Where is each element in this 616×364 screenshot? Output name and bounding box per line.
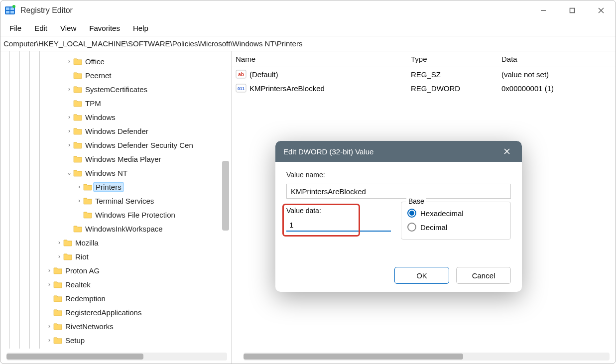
chevron-right-icon[interactable]: ›: [65, 141, 73, 148]
chevron-right-icon[interactable]: ›: [65, 127, 73, 134]
chevron-right-icon[interactable]: ›: [45, 267, 53, 274]
menu-view[interactable]: View: [54, 22, 82, 34]
window-controls: [529, 0, 616, 20]
tree-item-label: Windows Media Player: [85, 155, 161, 163]
tree-item[interactable]: ›Proton AG: [0, 263, 231, 277]
tree-item-label: Setup: [65, 336, 85, 345]
tree-item[interactable]: ›Mozilla: [0, 236, 231, 249]
folder-icon: [73, 113, 82, 121]
tree-item[interactable]: Windows File Protection: [0, 208, 231, 222]
value-data-input[interactable]: [286, 219, 391, 232]
address-path: Computer\HKEY_LOCAL_MACHINE\SOFTWARE\Pol…: [3, 39, 302, 48]
tree-vertical-scrollbar[interactable]: [222, 161, 229, 231]
dialog-title-bar[interactable]: Edit DWORD (32-bit) Value: [275, 141, 522, 162]
ok-button[interactable]: OK: [394, 267, 449, 284]
folder-icon: [53, 308, 62, 317]
tree-item[interactable]: ›Riot: [0, 249, 231, 263]
folder-icon: [83, 182, 92, 191]
folder-icon: [73, 57, 82, 66]
tree-item[interactable]: RegisteredApplications: [0, 305, 231, 319]
folder-icon: [73, 224, 82, 233]
radio-decimal[interactable]: Decimal: [407, 220, 504, 234]
tree-item[interactable]: ›Office: [0, 54, 231, 68]
tree-item[interactable]: Windows Media Player: [0, 152, 231, 166]
tree-item[interactable]: ›Setup: [0, 333, 231, 347]
chevron-right-icon[interactable]: ›: [65, 86, 73, 93]
folder-icon: [73, 99, 82, 108]
chevron-right-icon[interactable]: ›: [75, 197, 83, 204]
column-type[interactable]: Type: [407, 55, 497, 63]
tree-item[interactable]: ›Windows Defender: [0, 124, 231, 138]
close-button[interactable]: [587, 0, 616, 20]
tree-item-label: Windows: [85, 113, 116, 121]
folder-icon: [73, 71, 82, 80]
list-row[interactable]: ab(Default)REG_SZ(value not set): [232, 67, 616, 81]
value-data-section: Value data:: [286, 207, 391, 240]
value-type: REG_DWORD: [407, 84, 497, 93]
chevron-right-icon[interactable]: ›: [65, 58, 73, 65]
scrollbar-thumb[interactable]: [6, 354, 143, 360]
tree-item-label: Windows File Protection: [95, 211, 175, 219]
title-bar: Registry Editor: [0, 0, 616, 20]
tree-item[interactable]: WindowsInkWorkspace: [0, 222, 231, 236]
tree-item[interactable]: Peernet: [0, 68, 231, 82]
dialog-title: Edit DWORD (32-bit) Value: [283, 147, 373, 156]
tree-item-label: Office: [85, 57, 105, 66]
folder-icon: [73, 126, 82, 135]
tree-item[interactable]: ›Windows: [0, 110, 231, 124]
menu-help[interactable]: Help: [127, 22, 154, 34]
chevron-down-icon[interactable]: ⌄: [65, 169, 73, 176]
tree-item-label: Realtek: [65, 280, 91, 289]
folder-icon: [53, 294, 62, 303]
tree-item[interactable]: TPM: [0, 96, 231, 110]
tree-item-label: Peernet: [85, 71, 112, 80]
base-legend: Base: [406, 197, 426, 205]
chevron-right-icon[interactable]: ›: [55, 239, 63, 246]
chevron-right-icon[interactable]: ›: [45, 281, 53, 288]
chevron-right-icon[interactable]: ›: [75, 183, 83, 190]
svg-rect-4: [10, 11, 14, 13]
list-row[interactable]: 011KMPrintersAreBlockedREG_DWORD0x000000…: [232, 81, 616, 95]
tree-item-label: Mozilla: [75, 239, 99, 247]
list-pane: Name Type Data ab(Default)REG_SZ(value n…: [232, 51, 616, 364]
column-data[interactable]: Data: [497, 55, 616, 63]
scrollbar-thumb[interactable]: [244, 354, 463, 360]
value-list[interactable]: ab(Default)REG_SZ(value not set)011KMPri…: [232, 67, 616, 95]
value-type: REG_SZ: [407, 70, 497, 79]
tree-item[interactable]: ›RivetNetworks: [0, 319, 231, 333]
menu-bar: File Edit View Favorites Help: [0, 20, 616, 36]
tree-horizontal-scrollbar[interactable]: [6, 353, 227, 361]
tree-item[interactable]: ›Terminal Services: [0, 194, 231, 208]
maximize-button[interactable]: [558, 0, 587, 20]
value-data: 0x00000001 (1): [497, 84, 616, 93]
address-bar[interactable]: Computer\HKEY_LOCAL_MACHINE\SOFTWARE\Pol…: [0, 36, 616, 51]
chevron-right-icon[interactable]: ›: [55, 253, 63, 260]
tree-item[interactable]: ›Printers: [0, 180, 231, 194]
tree-pane: ›OfficePeernet›SystemCertificatesTPM›Win…: [0, 51, 232, 364]
radio-hexadecimal[interactable]: Hexadecimal: [407, 206, 504, 220]
menu-file[interactable]: File: [3, 22, 27, 34]
menu-favorites[interactable]: Favorites: [83, 22, 126, 34]
svg-rect-1: [6, 7, 9, 10]
tree-item[interactable]: ›Realtek: [0, 277, 231, 291]
tree-item-label: RegisteredApplications: [65, 308, 141, 317]
value-name-field[interactable]: [286, 184, 511, 199]
base-group: Base Hexadecimal Decimal: [401, 202, 511, 240]
chevron-right-icon[interactable]: ›: [45, 323, 53, 330]
tree-item-label: Terminal Services: [95, 197, 154, 205]
tree-item[interactable]: Redemption: [0, 291, 231, 305]
column-name[interactable]: Name: [232, 55, 407, 63]
minimize-button[interactable]: [529, 0, 558, 20]
menu-edit[interactable]: Edit: [28, 22, 53, 34]
chevron-right-icon[interactable]: ›: [65, 114, 73, 121]
radio-indicator-off: [407, 223, 416, 232]
cancel-button[interactable]: Cancel: [456, 267, 511, 284]
chevron-right-icon[interactable]: ›: [45, 337, 53, 344]
dialog-close-button[interactable]: [500, 144, 514, 158]
list-horizontal-scrollbar[interactable]: [244, 353, 610, 361]
tree-item[interactable]: ›Windows Defender Security Cen: [0, 138, 231, 152]
tree-view[interactable]: ›OfficePeernet›SystemCertificatesTPM›Win…: [0, 54, 231, 347]
tree-item[interactable]: ›SystemCertificates: [0, 82, 231, 96]
tree-item[interactable]: ⌄Windows NT: [0, 166, 231, 180]
svg-rect-7: [570, 8, 575, 13]
